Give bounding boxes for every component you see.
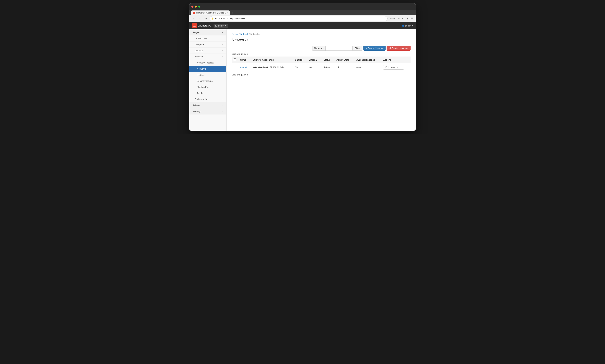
chevron-right-icon: › (222, 44, 223, 46)
header-actions: Actions (381, 57, 411, 63)
row-subnets-cell: ext-net-subnet 172.168.13.0/24 (251, 63, 293, 71)
chevron-right-icon: › (222, 56, 223, 58)
table-toolbar: Name = ▾ Filter + Create Network 🗑 Delet… (232, 46, 411, 51)
row-external-cell: Yes (307, 63, 322, 71)
logo-text: openstack. (198, 24, 211, 27)
top-nav: ☁ openstack. ⊞ admin ▾ 👤 admin ▾ (189, 22, 416, 29)
sidebar: Project ▾ API Access Compute › Volumes ›… (189, 29, 227, 131)
sidebar-item-networks[interactable]: Networks (189, 66, 226, 72)
item-count-bottom: Displaying 1 item (232, 73, 411, 76)
address-bar[interactable]: 🔒 172.168.12.100/project/networks/ (210, 16, 387, 21)
sidebar-item-identity[interactable]: Identity › (189, 108, 226, 115)
header-checkbox-col (232, 57, 238, 63)
subnet-cidr: 172.168.13.0/24 (269, 66, 284, 68)
sidebar-label-identity: Identity (193, 110, 201, 113)
row-status-cell: Active (322, 63, 335, 71)
row-actions-cell: Edit Network ▾ (381, 63, 411, 71)
sidebar-item-project[interactable]: Project ▾ (189, 29, 226, 36)
browser-min-button[interactable] (195, 6, 197, 8)
main-content: Project / Network / Networks Networks Na… (227, 29, 416, 131)
tab-favicon: ■ (193, 12, 195, 14)
bookmark-icon[interactable]: ☆ (397, 17, 401, 20)
sidebar-item-routers[interactable]: Routers (189, 72, 226, 78)
logo-icon: ☁ (192, 23, 197, 28)
sidebar-item-volumes[interactable]: Volumes › (189, 48, 226, 54)
zoom-level: 110% (389, 17, 396, 20)
project-dropdown[interactable]: ⊞ admin ▾ (214, 24, 228, 28)
sidebar-item-compute[interactable]: Compute › (189, 41, 226, 48)
filter-input[interactable] (325, 46, 352, 51)
create-network-button[interactable]: + Create Network (363, 46, 386, 51)
user-chevron-icon: ▾ (412, 25, 413, 27)
sidebar-item-api-access[interactable]: API Access (189, 36, 226, 41)
project-icon: ⊞ (215, 25, 217, 27)
sidebar-label-networks: Networks (197, 67, 206, 70)
row-checkbox[interactable] (234, 66, 236, 68)
filter-type-label: Name = (314, 47, 322, 50)
breadcrumb-sep-1: / (239, 33, 240, 35)
lock-icon: 🔒 (211, 17, 214, 20)
breadcrumb-network[interactable]: Network (240, 33, 248, 35)
app-body: Project ▾ API Access Compute › Volumes ›… (189, 29, 416, 131)
tab-title: Networks - OpenStack Dashbo... (196, 12, 226, 14)
shield-icon[interactable]: 🛡 (402, 17, 405, 20)
sidebar-item-network-topology[interactable]: Network Topology (189, 60, 226, 66)
sidebar-label-volumes: Volumes (195, 49, 203, 52)
sidebar-item-admin[interactable]: Admin › (189, 102, 226, 108)
sidebar-item-floating-ips[interactable]: Floating IPs (189, 84, 226, 90)
chevron-right-icon: › (222, 50, 223, 52)
sidebar-item-trunks[interactable]: Trunks (189, 90, 226, 96)
select-all-checkbox[interactable] (234, 58, 236, 61)
menu-icon[interactable]: ☰ (410, 17, 413, 20)
download-icon[interactable]: ⬇ (406, 17, 409, 20)
sidebar-item-security-groups[interactable]: Security Groups (189, 78, 226, 84)
network-name-link[interactable]: ext-net (240, 66, 247, 68)
tab-close-button[interactable]: × (227, 12, 228, 14)
user-menu[interactable]: 👤 admin ▾ (402, 25, 413, 27)
networks-table: Name Subnets Associated Shared External … (232, 57, 411, 71)
sidebar-item-network[interactable]: Network › (189, 54, 226, 60)
browser-max-button[interactable] (198, 6, 200, 8)
sidebar-label-security-groups: Security Groups (197, 80, 213, 82)
chevron-right-icon: › (222, 98, 223, 100)
breadcrumb: Project / Network / Networks (232, 33, 411, 35)
browser-tab-active[interactable]: ■ Networks - OpenStack Dashbo... × (191, 11, 230, 15)
header-admin-state: Admin State (335, 57, 354, 63)
action-btn-group: Edit Network ▾ (383, 65, 409, 70)
chevron-right-icon: › (222, 104, 223, 106)
browser-close-button[interactable] (192, 6, 193, 8)
filter-type-dropdown[interactable]: Name = ▾ (312, 46, 325, 51)
openstack-logo: ☁ openstack. (192, 23, 211, 28)
back-button[interactable]: ← (192, 16, 196, 21)
refresh-button[interactable]: ↻ (204, 16, 208, 21)
sidebar-label-routers: Routers (197, 74, 205, 76)
table-row: ext-net ext-net-subnet 172.168.13.0/24 N… (232, 63, 411, 71)
url-text: 172.168.12.100/project/networks/ (215, 17, 386, 20)
app-container: ☁ openstack. ⊞ admin ▾ 👤 admin ▾ (189, 22, 416, 131)
sidebar-item-orchestration[interactable]: Orchestration › (189, 96, 226, 102)
header-subnets: Subnets Associated (251, 57, 293, 63)
edit-network-button[interactable]: Edit Network (383, 65, 400, 70)
user-icon: 👤 (402, 25, 404, 27)
new-tab-button[interactable]: + (232, 11, 233, 15)
filter-controls: Name = ▾ Filter (312, 46, 362, 51)
delete-networks-button[interactable]: 🗑 Delete Networks (386, 46, 411, 51)
action-dropdown-button[interactable]: ▾ (400, 65, 404, 70)
sidebar-label-project: Project (193, 31, 200, 34)
sidebar-label-admin: Admin (193, 104, 200, 106)
page-title: Networks (232, 38, 411, 42)
forward-button[interactable]: → (197, 16, 202, 21)
breadcrumb-project[interactable]: Project (232, 33, 238, 35)
table-header-row: Name Subnets Associated Shared External … (232, 57, 411, 63)
header-status: Status (322, 57, 335, 63)
breadcrumb-sep-2: / (249, 33, 250, 35)
filter-dropdown-icon: ▾ (322, 47, 324, 50)
browser-toolbar-icons: ☆ 🛡 ⬇ ☰ (397, 17, 413, 20)
filter-button[interactable]: Filter (352, 46, 362, 51)
browser-tab-bar: ■ Networks - OpenStack Dashbo... × + (189, 10, 416, 15)
header-availability-zones: Availability Zones (354, 57, 381, 63)
sidebar-label-api-access: API Access (196, 37, 207, 40)
header-name: Name (238, 57, 251, 63)
chevron-right-icon: › (222, 110, 223, 112)
row-name-cell: ext-net (238, 63, 251, 71)
